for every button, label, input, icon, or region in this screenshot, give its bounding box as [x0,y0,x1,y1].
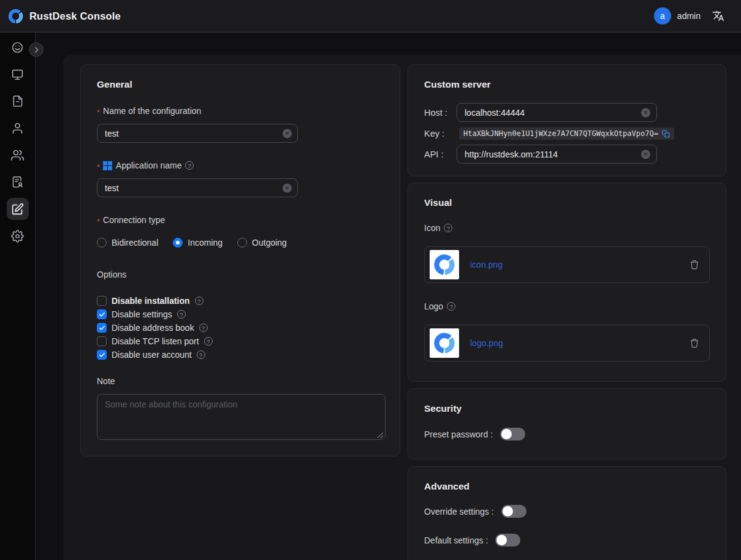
radio-icon[interactable] [173,238,183,248]
help-icon[interactable]: ? [447,302,455,311]
sidebar [0,32,36,560]
application-name-label: * Application name ? [97,161,384,170]
default-settings-toggle[interactable] [495,534,520,547]
document-icon [12,95,24,107]
logo-file-link[interactable]: logo.png [470,338,678,348]
checkbox-disable-installation[interactable]: Disable installation ? [97,294,384,308]
host-input[interactable] [457,103,657,122]
checkbox-icon[interactable] [97,350,107,360]
radio-outgoing[interactable]: Outgoing [237,238,287,248]
clear-icon[interactable]: ✕ [641,149,650,159]
default-settings-row: Default settings : [424,534,710,547]
translate-icon[interactable] [712,9,725,23]
override-settings-toggle[interactable] [501,505,526,518]
app-title: RustDesk Console [29,10,121,22]
sidebar-item-custom-client[interactable] [7,198,29,220]
monitor-icon [11,68,24,81]
icon-label: Icon ? [424,223,710,233]
user-icon [11,122,24,135]
custom-server-card: Custom server Host : ✕ Key : HtaXBkJNHyn… [408,64,726,176]
radio-icon[interactable] [237,238,247,248]
radio-icon[interactable] [97,238,107,248]
users-icon [11,149,24,162]
sidebar-item-settings[interactable] [7,225,29,247]
checkbox-disable-tcp-listen-port[interactable]: Disable TCP listen port ? [97,335,384,348]
config-name-input[interactable] [97,124,298,143]
custom-server-title: Custom server [424,79,710,90]
connection-type-label: * Connection type [97,215,384,225]
edit-square-icon [11,203,24,216]
checkbox-icon[interactable] [97,323,107,333]
clear-icon[interactable]: ✕ [283,183,292,192]
checkbox-icon[interactable] [97,309,107,319]
rustdesk-logo-icon [433,331,456,355]
override-settings-label: Override settings : [424,507,494,516]
api-label: API : [424,149,457,159]
host-label: Host : [424,108,457,118]
clear-icon[interactable]: ✕ [283,129,292,138]
help-icon[interactable]: ? [204,337,213,346]
copy-icon[interactable] [662,130,670,138]
api-input[interactable] [457,145,657,164]
user-name: admin [677,11,701,21]
advanced-card: Advanced Override settings : Default set… [408,466,726,560]
radio-incoming[interactable]: Incoming [173,238,222,248]
help-icon[interactable]: ? [177,310,186,319]
icon-thumbnail [430,250,459,279]
preset-password-toggle[interactable] [500,428,525,441]
sidebar-item-users[interactable] [7,117,29,139]
sidebar-item-devices[interactable] [7,63,29,85]
main-panel: General * Name of the configuration ✕ * … [63,55,741,560]
security-card: Security Preset password : [408,388,726,460]
config-name-label: * Name of the configuration [97,106,384,116]
required-asterisk: * [97,217,100,226]
visual-card: Visual Icon ? icon.png Log [408,183,726,382]
key-label: Key : [424,129,457,138]
logo-upload-row: logo.png [424,325,710,361]
checkbox-icon[interactable] [97,336,107,346]
avatar[interactable]: a [654,7,671,25]
icon-upload-row: icon.png [424,246,710,283]
checkbox-disable-user-account[interactable]: Disable user account ? [97,348,384,361]
options-list: Disable installation ? Disable settings … [97,294,384,361]
sidebar-item-documents[interactable] [7,90,29,112]
sidebar-item-audit[interactable] [7,171,29,193]
trash-icon[interactable] [690,338,699,348]
smiley-icon [11,41,24,54]
checkbox-disable-address-book[interactable]: Disable address book ? [97,321,384,335]
server-key-value: HtaXBkJNHyn0e1U1jWXze7A7CN7QTGWqxkOtpaVp… [459,127,674,140]
help-icon[interactable]: ? [197,350,205,359]
checkbox-icon[interactable] [97,296,107,306]
brand: RustDesk Console [7,8,121,25]
sidebar-item-groups[interactable] [7,144,29,166]
sidebar-item-dashboard[interactable] [7,36,29,58]
general-title: General [97,79,384,90]
checkbox-disable-settings[interactable]: Disable settings ? [97,308,384,321]
sidebar-collapse-button[interactable] [29,42,44,57]
logo-label: Logo ? [424,301,710,311]
trash-icon[interactable] [690,260,699,270]
connection-type-group: Bidirectional Incoming Outgoing [97,238,384,248]
help-icon[interactable]: ? [444,224,452,232]
logo-thumbnail [430,328,459,358]
help-icon[interactable]: ? [199,324,208,332]
help-icon[interactable]: ? [195,297,203,305]
note-label: Note [97,376,384,386]
windows-icon [103,161,112,170]
help-icon[interactable]: ? [185,161,194,170]
visual-title: Visual [424,197,710,208]
security-title: Security [424,403,710,414]
top-bar: RustDesk Console a admin [0,0,741,32]
preset-password-label: Preset password : [424,429,493,439]
clear-icon[interactable]: ✕ [641,108,650,117]
gear-icon [11,230,24,243]
radio-bidirectional[interactable]: Bidirectional [97,238,158,248]
audit-log-icon [12,176,24,188]
icon-file-link[interactable]: icon.png [470,260,678,270]
rustdesk-logo-icon [433,253,456,276]
required-asterisk: * [97,108,100,117]
application-name-input[interactable] [97,178,298,197]
general-card: General * Name of the configuration ✕ * … [80,64,400,456]
user-menu[interactable]: a admin [654,7,701,25]
note-textarea[interactable] [97,394,386,440]
